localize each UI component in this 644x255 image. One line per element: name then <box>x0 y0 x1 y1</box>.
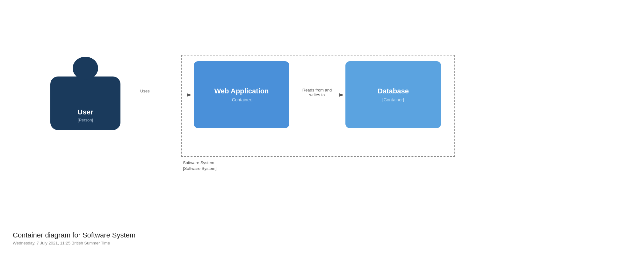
web-app-type: [Container] <box>231 97 252 102</box>
boundary-type: [Software System] <box>183 166 216 171</box>
user-person: User [Person] <box>47 57 124 130</box>
diagram-area: User [Person] Uses Software System [Soft… <box>0 0 644 229</box>
uses-label: Uses <box>140 89 150 93</box>
boundary-label: Software System [Software System] <box>183 160 216 171</box>
web-app-container: Web Application [Container] <box>194 61 289 128</box>
diagram-subtitle: Wednesday, 7 July 2021, 11:25 British Su… <box>13 241 135 245</box>
user-name: User <box>78 108 93 116</box>
footer: Container diagram for Software System We… <box>13 231 135 245</box>
web-app-title: Web Application <box>214 87 269 95</box>
diagram-title: Container diagram for Software System <box>13 231 135 239</box>
person-head <box>73 57 98 80</box>
user-type: [Person] <box>78 118 93 122</box>
person-body: User [Person] <box>50 76 120 130</box>
database-title: Database <box>378 87 409 95</box>
database-container: Database [Container] <box>345 61 441 128</box>
database-type: [Container] <box>382 97 404 102</box>
reads-writes-label: Reads from and writes to <box>296 88 338 97</box>
boundary-name: Software System <box>183 160 214 165</box>
